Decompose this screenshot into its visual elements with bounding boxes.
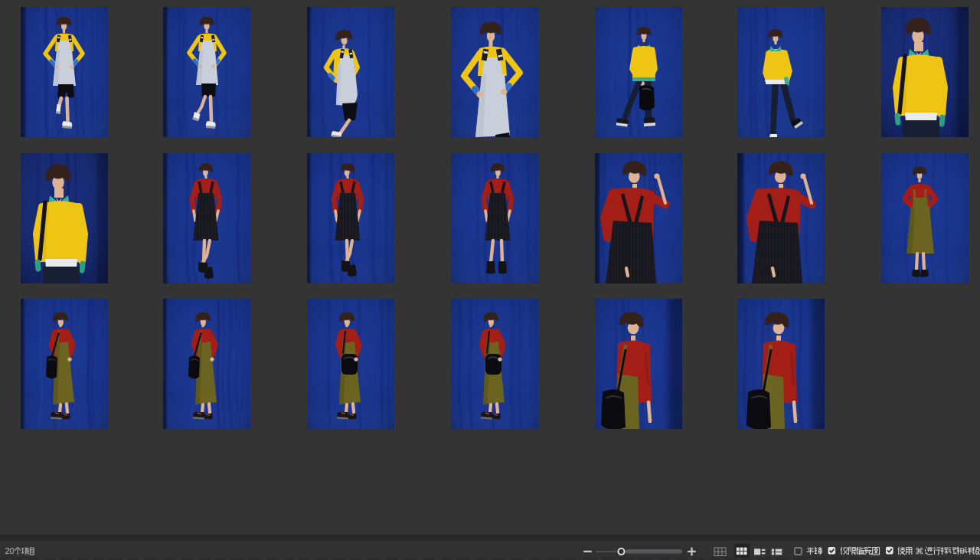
svg-text:20: 20 [5, 546, 15, 555]
